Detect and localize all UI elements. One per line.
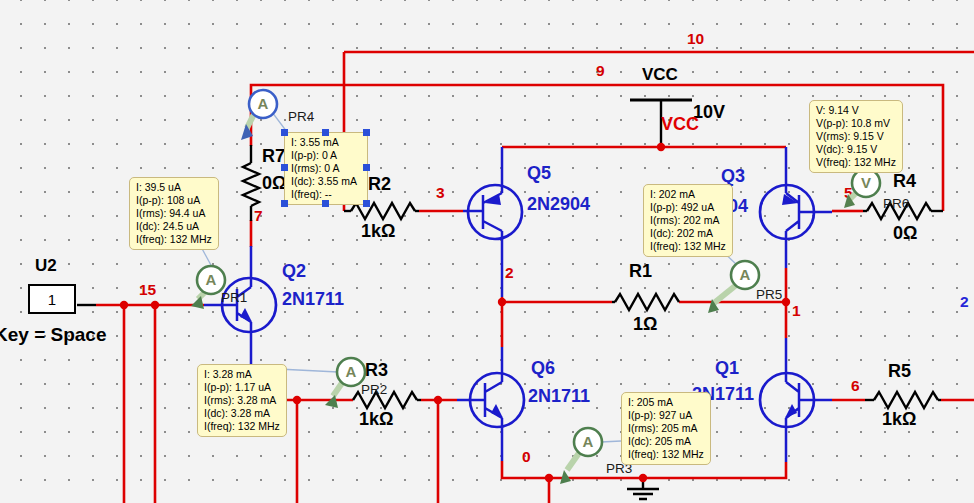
reading: I(freq): 132 MHz	[204, 420, 280, 433]
pr3-readout-box[interactable]: I: 205 mA I(p-p): 927 uA I(rms): 205 mA …	[621, 392, 711, 465]
reading: I(p-p): 0 A	[291, 149, 361, 162]
reading: I(p-p): 1.17 uA	[204, 381, 280, 394]
reading: V(dc): 9.15 V	[816, 143, 896, 156]
pr1-ammeter-letter: A	[203, 271, 219, 288]
selection-handle[interactable]	[281, 164, 288, 171]
reading: I(dc): 205 mA	[628, 435, 704, 448]
pr6-voltmeter-letter: V	[858, 174, 874, 191]
reading: V(p-p): 10.8 mV	[816, 117, 896, 130]
reading: I(rms): 0 A	[291, 162, 361, 175]
selection-handle[interactable]	[363, 129, 370, 136]
pr4-readout-box[interactable]: I: 3.55 mA I(p-p): 0 A I(rms): 0 A I(dc)…	[284, 132, 368, 205]
pr5-readout-box[interactable]: I: 202 mA I(p-p): 492 uA I(rms): 202 mA …	[643, 184, 733, 257]
pr1-readout-box[interactable]: I: 39.5 uA I(p-p): 108 uA I(rms): 94.4 u…	[129, 177, 219, 250]
pr6-readout-box[interactable]: V: 9.14 V V(p-p): 10.8 mV V(rms): 9.15 V…	[809, 100, 903, 173]
reading: I(rms): 3.28 mA	[204, 394, 280, 407]
probe-layer	[0, 0, 974, 503]
selection-handle[interactable]	[363, 200, 370, 207]
pr4-ammeter-letter: A	[255, 95, 271, 112]
reading: V: 9.14 V	[816, 104, 896, 117]
reading: I(dc): 24.5 uA	[136, 220, 212, 233]
reading: I: 3.28 mA	[204, 368, 280, 381]
reading: I: 202 mA	[650, 188, 726, 201]
reading: I(p-p): 492 uA	[650, 201, 726, 214]
reading: I(freq): 132 MHz	[628, 448, 704, 461]
pr2-ammeter-letter: A	[343, 363, 359, 380]
selection-handle[interactable]	[322, 129, 329, 136]
reading: I(dc): 202 mA	[650, 227, 726, 240]
reading: I(freq): 132 MHz	[136, 233, 212, 246]
selection-handle[interactable]	[281, 129, 288, 136]
pr3-ammeter-letter: A	[580, 433, 596, 450]
pr5-ammeter-letter: A	[737, 266, 753, 283]
reading: I(rms): 205 mA	[628, 422, 704, 435]
reading: I(freq): 132 MHz	[650, 240, 726, 253]
reading: I: 39.5 uA	[136, 181, 212, 194]
reading: I(rms): 202 mA	[650, 214, 726, 227]
reading: I(p-p): 927 uA	[628, 409, 704, 422]
reading: I(dc): 3.28 mA	[204, 407, 280, 420]
reading: V(rms): 9.15 V	[816, 130, 896, 143]
schematic-canvas: U2 1 Key = Space VCC 10V VCC 10 9 7 3 15…	[0, 0, 974, 503]
reading: I: 3.55 mA	[291, 136, 361, 149]
reading: I(dc): 3.55 mA	[291, 175, 361, 188]
reading: I(p-p): 108 uA	[136, 194, 212, 207]
selection-handle[interactable]	[322, 200, 329, 207]
pr2-readout-box[interactable]: I: 3.28 mA I(p-p): 1.17 uA I(rms): 3.28 …	[197, 364, 287, 437]
reading: I(rms): 94.4 uA	[136, 207, 212, 220]
selection-handle[interactable]	[281, 200, 288, 207]
reading: V(freq): 132 MHz	[816, 156, 896, 169]
selection-handle[interactable]	[363, 164, 370, 171]
reading: I: 205 mA	[628, 396, 704, 409]
